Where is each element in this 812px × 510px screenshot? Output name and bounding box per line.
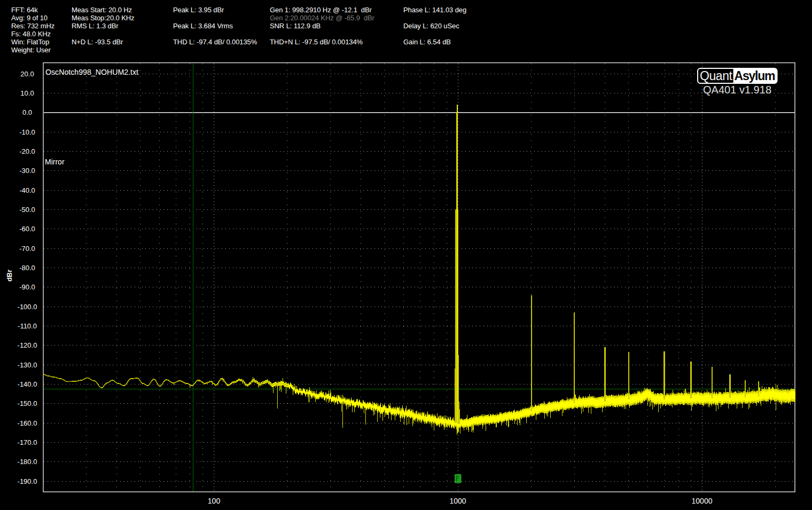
svg-text:Asylum: Asylum: [735, 69, 776, 83]
svg-text:-110.0: -110.0: [18, 322, 37, 330]
svg-text:-30.0: -30.0: [19, 167, 35, 175]
svg-text:-40.0: -40.0: [19, 186, 35, 194]
svg-text:1000: 1000: [449, 497, 466, 505]
svg-text:20.0: 20.0: [20, 70, 34, 78]
svg-text:Quant: Quant: [700, 69, 733, 83]
svg-text:-90.0: -90.0: [19, 283, 35, 291]
svg-text:-100.0: -100.0: [18, 303, 37, 311]
svg-text:QA401 v1.918: QA401 v1.918: [703, 84, 771, 96]
svg-text:-150.0: -150.0: [18, 399, 37, 407]
svg-text:-60.0: -60.0: [19, 225, 35, 233]
svg-text:dBr: dBr: [5, 270, 13, 281]
svg-text:-190.0: -190.0: [18, 477, 37, 485]
svg-text:-130.0: -130.0: [18, 361, 37, 369]
svg-text:0.0: 0.0: [22, 108, 32, 116]
svg-text:10000: 10000: [692, 497, 713, 505]
svg-text:OscNotch998_NOHUM2.txt: OscNotch998_NOHUM2.txt: [45, 67, 139, 76]
svg-text:10.0: 10.0: [20, 89, 34, 97]
svg-text:-80.0: -80.0: [19, 264, 35, 272]
svg-text:-120.0: -120.0: [18, 341, 37, 349]
svg-text:Mirror: Mirror: [45, 158, 65, 166]
svg-text:-160.0: -160.0: [18, 419, 37, 427]
svg-text:-20.0: -20.0: [19, 147, 35, 155]
svg-text:-70.0: -70.0: [19, 245, 35, 253]
svg-text:-170.0: -170.0: [18, 438, 37, 446]
svg-text:-50.0: -50.0: [19, 206, 35, 214]
svg-text:-10.0: -10.0: [19, 128, 35, 136]
svg-text:-180.0: -180.0: [18, 458, 37, 466]
svg-text:-140.0: -140.0: [18, 380, 37, 388]
svg-text:100: 100: [208, 497, 221, 505]
